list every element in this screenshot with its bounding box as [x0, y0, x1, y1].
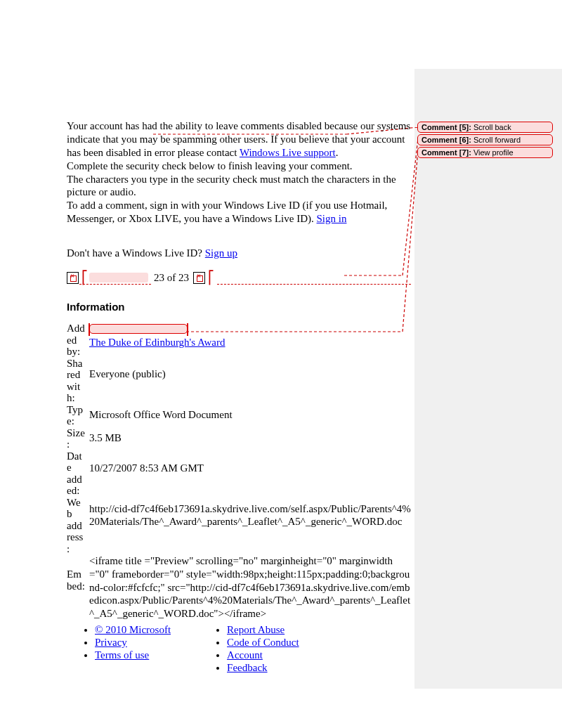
value-type: Microsoft Office Word Document: [89, 404, 411, 427]
value-added-by: The Duke of Edinburgh's Award: [89, 323, 411, 358]
paragraph-signin: To add a comment, sign in with your Wind…: [67, 199, 411, 226]
label-web-address: Webaddress:: [67, 497, 89, 555]
paragraph-security-check: Complete the security check below to fin…: [67, 160, 411, 173]
footer-privacy-link[interactable]: Privacy: [95, 637, 127, 648]
label-size: Size:: [67, 427, 89, 450]
footer-terms-link[interactable]: Terms of use: [95, 649, 149, 661]
footer-account-link[interactable]: Account: [227, 649, 263, 661]
comment-text: Scroll forward: [473, 136, 521, 144]
sidebar-background: [414, 69, 562, 689]
footer-col-left: © 2010 Microsoft Privacy Terms of use: [67, 623, 171, 675]
windows-live-support-link[interactable]: Windows Live support: [240, 147, 336, 158]
comment-6[interactable]: Comment [6]: Scroll forward: [417, 134, 553, 145]
value-web-address: http://cid-df7c4f6eb173691a.skydrive.liv…: [89, 497, 411, 555]
comment-5[interactable]: Comment [5]: Scroll back: [417, 122, 553, 133]
sign-in-link[interactable]: Sign in: [317, 213, 347, 224]
comment-7[interactable]: Comment [7]: View profile: [417, 147, 553, 158]
footer-links: © 2010 Microsoft Privacy Terms of use Re…: [67, 623, 411, 675]
pager-text: 23 of 23: [154, 272, 189, 284]
info-table: Addedby: The Duke of Edinburgh's Award S…: [67, 323, 411, 620]
broken-image-icon[interactable]: [67, 272, 79, 284]
pager: ⎡ 23 of 23 ⎡: [67, 270, 411, 285]
value-date-added: 10/27/2007 8:53 AM GMT: [89, 450, 411, 497]
footer-col-right: Report Abuse Code of Conduct Account Fee…: [199, 623, 299, 675]
label-embed: Embed:: [67, 554, 89, 620]
comment-text: Scroll back: [473, 123, 511, 131]
comment-label: Comment [6]:: [422, 136, 471, 144]
bracket-icon: ⎡: [81, 270, 88, 285]
paragraph-signup: Don't have a Windows Live ID? Sign up: [67, 247, 411, 260]
comments-panel: Comment [5]: Scroll back Comment [6]: Sc…: [417, 122, 553, 160]
annotation-dash: [217, 284, 411, 285]
label-date-added: Dateadded:: [67, 450, 89, 497]
label-type: Type:: [67, 404, 89, 427]
document-body: Your account has had the ability to leav…: [67, 119, 411, 675]
footer-copyright-link[interactable]: © 2010 Microsoft: [95, 624, 171, 635]
added-by-link[interactable]: The Duke of Edinburgh's Award: [89, 337, 226, 348]
comment-text: View profile: [473, 148, 514, 157]
value-embed: <iframe title ="Preview" scrolling="no" …: [89, 554, 411, 620]
footer-feedback-link[interactable]: Feedback: [227, 662, 267, 673]
label-added-by: Addedby:: [67, 323, 89, 358]
value-size: 3.5 MB: [89, 427, 411, 450]
annotation-highlight: [89, 273, 148, 282]
paragraph-disabled-notice: Your account has had the ability to leav…: [67, 119, 411, 160]
comment-label: Comment [5]:: [422, 123, 471, 131]
bracket-icon: ⎡: [208, 270, 214, 285]
annotation-highlight: [89, 324, 188, 334]
information-heading: Information: [67, 301, 411, 313]
footer-conduct-link[interactable]: Code of Conduct: [227, 637, 299, 648]
paragraph-characters: The characters you type in the security …: [67, 173, 411, 200]
annotation-dash: [79, 284, 151, 285]
value-shared-with: Everyone (public): [89, 358, 411, 404]
label-shared-with: Sharedwith:: [67, 358, 89, 404]
footer-report-abuse-link[interactable]: Report Abuse: [227, 624, 285, 635]
sign-up-link[interactable]: Sign up: [205, 247, 237, 259]
broken-image-icon[interactable]: [193, 272, 205, 284]
comment-label: Comment [7]:: [422, 148, 471, 157]
